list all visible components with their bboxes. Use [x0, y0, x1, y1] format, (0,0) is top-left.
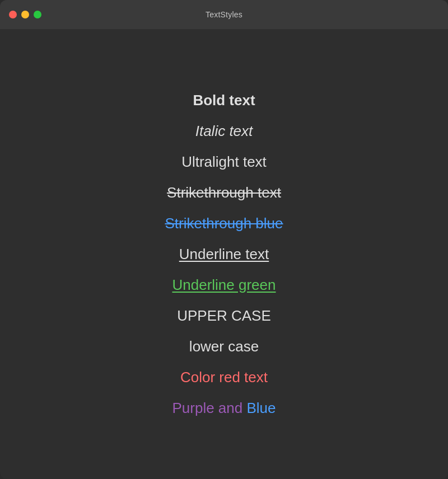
ultralight-text-item: Ultralight text [0, 147, 448, 177]
maximize-button[interactable] [34, 11, 41, 18]
window-controls [9, 11, 41, 18]
strikethrough-blue-text: Strikethrough blue [165, 215, 283, 232]
underline-green-item: Underline green [0, 270, 448, 300]
bold-text-item: Bold text [0, 85, 448, 116]
titlebar: TextStyles [0, 0, 448, 29]
lowercase-text: lower case [189, 338, 259, 355]
ultralight-text: Ultralight text [181, 153, 267, 171]
italic-text: Italic text [195, 123, 253, 140]
purple-blue-text: Purple and Blue [172, 400, 276, 417]
window-title: TextStyles [206, 10, 242, 19]
bold-text: Bold text [193, 92, 255, 109]
close-button[interactable] [9, 11, 17, 18]
lowercase-text-item: lower case [0, 331, 448, 362]
uppercase-text-item: UPPER CASE [0, 300, 448, 331]
strikethrough-text: Strikethrough text [167, 184, 281, 201]
window: TextStyles Bold text Italic text Ultrali… [0, 0, 448, 479]
blue-part: Blue [246, 400, 276, 416]
content-area: Bold text Italic text Ultralight text St… [0, 29, 448, 479]
italic-text-item: Italic text [0, 116, 448, 147]
purple-part: Purple and [172, 400, 246, 416]
uppercase-text: UPPER CASE [177, 307, 271, 325]
strikethrough-blue-item: Strikethrough blue [0, 208, 448, 239]
color-red-item: Color red text [0, 362, 448, 393]
underline-text-item: Underline text [0, 239, 448, 270]
underline-green-text: Underline green [172, 276, 276, 294]
minimize-button[interactable] [21, 11, 29, 18]
purple-blue-item: Purple and Blue [0, 393, 448, 424]
color-red-text: Color red text [180, 369, 268, 386]
strikethrough-text-item: Strikethrough text [0, 177, 448, 208]
underline-text: Underline text [179, 246, 269, 263]
